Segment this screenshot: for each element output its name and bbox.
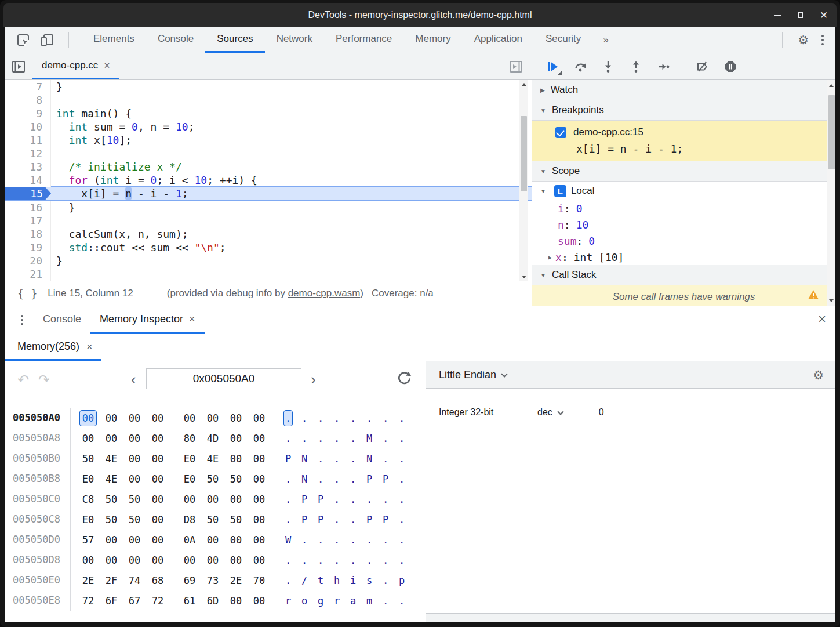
ascii-column[interactable]: W....... — [278, 530, 413, 550]
ascii-char[interactable]: . — [397, 492, 406, 507]
ascii-char[interactable]: . — [283, 492, 293, 507]
hex-byte[interactable]: E0 — [181, 451, 198, 466]
hex-byte[interactable]: 00 — [204, 532, 221, 548]
ascii-char[interactable]: . — [348, 492, 358, 507]
hex-byte[interactable]: 00 — [181, 411, 198, 426]
ascii-char[interactable]: g — [316, 593, 325, 608]
ascii-char[interactable]: . — [397, 532, 406, 548]
hex-byte[interactable]: 00 — [250, 553, 268, 568]
ascii-char[interactable]: . — [348, 532, 358, 548]
ascii-char[interactable]: . — [332, 512, 341, 527]
ascii-column[interactable]: .PP..PP. — [278, 509, 413, 530]
sidebar-scrollbar[interactable] — [827, 80, 835, 306]
endianness-select[interactable]: Little Endian — [439, 369, 496, 381]
ascii-char[interactable]: W — [283, 532, 293, 548]
hex-row[interactable]: 005050B0504E0000E04E0000PN...N.. — [5, 448, 426, 469]
code-line[interactable]: 16 } — [5, 201, 532, 214]
hex-byte[interactable]: 61 — [181, 593, 198, 608]
device-toolbar-icon[interactable] — [39, 33, 54, 47]
hex-bytes[interactable]: 726F6772616D0000 — [71, 590, 278, 611]
ascii-char[interactable]: . — [283, 431, 293, 446]
hex-byte[interactable]: 50 — [103, 512, 120, 527]
hex-byte[interactable]: 00 — [227, 411, 245, 426]
line-number[interactable]: 11 — [5, 133, 51, 147]
ascii-char[interactable]: . — [397, 512, 406, 527]
scope-variable-sum[interactable]: sum:0 — [532, 233, 835, 249]
ascii-char[interactable]: . — [365, 411, 374, 426]
code-line[interactable]: 10 int sum = 0, n = 10; — [5, 120, 532, 133]
code-line[interactable]: 21 — [5, 267, 532, 281]
hex-byte[interactable]: 50 — [227, 472, 245, 487]
hex-bytes[interactable]: E04E0000E0505000 — [71, 469, 278, 489]
history-forward-icon[interactable]: ↷ — [38, 372, 50, 388]
ascii-char[interactable]: P — [316, 492, 325, 507]
hex-bytes[interactable]: 00000000804D0000 — [71, 428, 278, 448]
ascii-char[interactable]: . — [283, 512, 293, 527]
code-editor[interactable]: 7}8 9int main() {10 int sum = 0, n = 10;… — [5, 80, 532, 281]
drawer-menu-kebab-icon[interactable] — [19, 313, 26, 328]
hex-byte[interactable]: 00 — [126, 451, 143, 466]
hex-byte[interactable]: 2E — [79, 573, 97, 588]
file-tab-demo-cpp[interactable]: demo-cpp.cc × — [32, 53, 119, 79]
line-number[interactable]: 19 — [5, 241, 51, 254]
hex-byte[interactable]: 00 — [103, 553, 120, 568]
ascii-column[interactable]: ./this.p — [278, 570, 413, 590]
drawer-tab-console[interactable]: Console — [34, 306, 90, 334]
hex-byte[interactable]: 4D — [204, 431, 221, 446]
ascii-char[interactable]: p — [397, 573, 406, 588]
memory-tab-close-icon[interactable]: × — [86, 342, 93, 352]
ascii-char[interactable]: M — [365, 431, 374, 446]
line-number[interactable]: 18 — [5, 227, 51, 241]
hex-byte[interactable]: 00 — [126, 431, 143, 446]
hex-byte[interactable]: 69 — [181, 573, 198, 588]
ascii-char[interactable]: . — [300, 553, 309, 568]
hex-byte[interactable]: 00 — [204, 553, 221, 568]
breakpoint-entry[interactable]: demo-cpp.cc:15 x[i] = n - i - 1; — [532, 121, 835, 161]
hex-byte[interactable]: C8 — [79, 492, 97, 507]
hex-byte[interactable]: 00 — [149, 512, 166, 527]
watch-section-header[interactable]: ▶ Watch — [532, 80, 835, 100]
hex-bytes[interactable]: C850500000000000 — [71, 489, 278, 509]
ascii-char[interactable]: . — [365, 532, 374, 548]
hex-row[interactable]: 005050D80000000000000000........ — [5, 550, 426, 570]
hex-bytes[interactable]: 504E0000E04E0000 — [71, 448, 278, 469]
ascii-char[interactable]: . — [348, 553, 358, 568]
ascii-column[interactable]: PN...N.. — [278, 448, 413, 469]
scope-variable-i[interactable]: i:0 — [532, 200, 835, 216]
ascii-char[interactable]: . — [332, 532, 341, 548]
scope-section-header[interactable]: ▼ Scope — [532, 161, 835, 182]
code-line[interactable]: 9int main() { — [5, 107, 532, 120]
hex-byte[interactable]: 50 — [227, 512, 245, 527]
hex-byte[interactable]: 00 — [250, 472, 268, 487]
line-number[interactable]: 9 — [5, 107, 51, 120]
ascii-char[interactable]: N — [365, 451, 374, 466]
scope-local-group[interactable]: ▼ L Local — [532, 182, 835, 200]
hex-byte[interactable]: 00 — [227, 492, 245, 507]
step-into-button[interactable] — [602, 60, 614, 73]
close-drawer-icon[interactable]: × — [818, 312, 826, 326]
ascii-char[interactable]: . — [300, 411, 309, 426]
hex-row[interactable]: 005050E8726F6772616D0000rogram.. — [5, 590, 426, 611]
ascii-char[interactable]: . — [381, 593, 390, 608]
ascii-char[interactable]: . — [348, 451, 358, 466]
hex-byte[interactable]: 00 — [79, 553, 97, 568]
line-number[interactable]: 17 — [5, 214, 51, 227]
line-number[interactable]: 20 — [5, 254, 51, 267]
callstack-section-header[interactable]: ▼ Call Stack — [532, 265, 835, 285]
inspect-element-icon[interactable] — [16, 33, 30, 47]
ascii-column[interactable]: .PP..... — [278, 489, 413, 509]
ascii-column[interactable]: ........ — [278, 550, 413, 570]
ascii-char[interactable]: . — [397, 431, 406, 446]
ascii-char[interactable]: h — [332, 573, 341, 588]
ascii-column[interactable]: .N...PP. — [278, 469, 413, 489]
history-back-icon[interactable]: ↶ — [17, 372, 29, 388]
hex-grid[interactable]: 005050A00000000000000000........005050A8… — [5, 403, 426, 611]
ascii-char[interactable]: a — [348, 593, 358, 608]
ascii-char[interactable]: . — [381, 411, 390, 426]
ascii-char[interactable]: t — [316, 573, 325, 588]
hex-byte[interactable]: 00 — [227, 532, 245, 548]
ascii-char[interactable]: . — [397, 593, 406, 608]
hex-row[interactable]: 005050C0C850500000000000.PP..... — [5, 489, 426, 509]
hex-byte[interactable]: 50 — [126, 492, 143, 507]
ascii-char[interactable]: . — [348, 512, 358, 527]
